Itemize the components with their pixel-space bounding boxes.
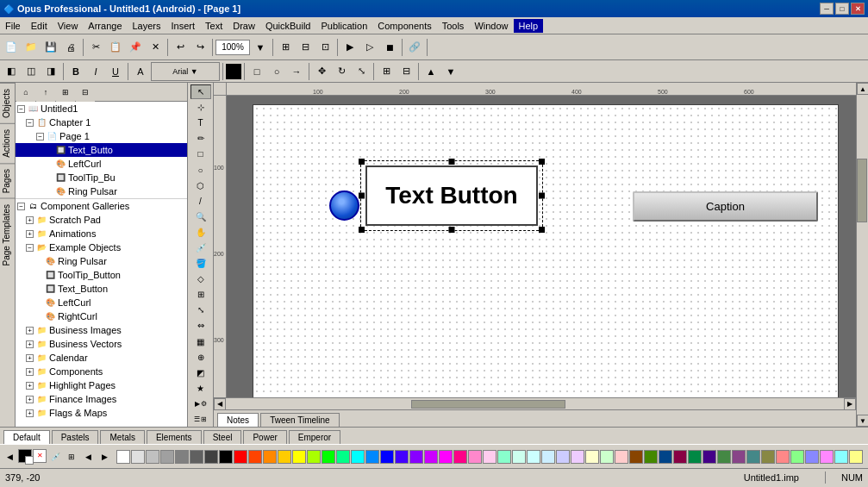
- tree-item-leftcurl[interactable]: 🎨 LeftCurl: [16, 157, 187, 171]
- vtab-pages[interactable]: Pages: [0, 163, 15, 198]
- palette-tab-emperor[interactable]: Emperor: [289, 430, 340, 444]
- tree-item-tooltip-bu2[interactable]: 🔲 ToolTip_Button: [16, 268, 187, 282]
- menu-insert[interactable]: Insert: [166, 19, 201, 33]
- tree-item-highlight-pages[interactable]: + 📁 Highlight Pages: [16, 378, 187, 392]
- polygon-tool[interactable]: ⬡: [190, 178, 211, 193]
- color-darkblue[interactable]: [659, 450, 672, 464]
- expand-highlight-pages[interactable]: +: [26, 382, 34, 390]
- menu-arrange[interactable]: Arrange: [83, 19, 127, 33]
- tree-up[interactable]: ↑: [36, 83, 55, 102]
- tree-item-finance-images[interactable]: + 📁 Finance Images: [16, 392, 187, 406]
- expand-calendar[interactable]: +: [26, 354, 34, 362]
- symbol-tool[interactable]: ⊕: [190, 350, 211, 365]
- color-magenta2[interactable]: [424, 450, 438, 464]
- menu-text[interactable]: Text: [200, 19, 228, 33]
- tab-notes[interactable]: Notes: [217, 413, 259, 427]
- new-button[interactable]: 📄: [2, 38, 21, 57]
- ellipse-tool[interactable]: ○: [190, 162, 211, 177]
- tree-item-calendar[interactable]: + 📁 Calendar: [16, 351, 187, 365]
- close-button[interactable]: ✕: [851, 3, 865, 15]
- color-pink[interactable]: [468, 450, 482, 464]
- tree-item-scratch-pad[interactable]: + 📁 Scratch Pad: [16, 213, 187, 227]
- menu-tools[interactable]: Tools: [437, 19, 470, 33]
- color-rose[interactable]: [453, 450, 467, 464]
- color-aqua[interactable]: [834, 450, 848, 464]
- menu-components[interactable]: Components: [372, 19, 436, 33]
- fit-button[interactable]: ⊡: [315, 38, 334, 57]
- tree-item-rightcurl[interactable]: 🎨 RightCurl: [16, 309, 187, 323]
- tree-item-comp-galleries[interactable]: − 🗂 Component Galleries: [16, 198, 187, 213]
- effect-tool[interactable]: ★: [190, 381, 211, 396]
- menu-edit[interactable]: Edit: [26, 19, 53, 33]
- palette-tab-metals[interactable]: Metals: [100, 430, 144, 444]
- color-orange[interactable]: [263, 450, 277, 464]
- zoom-tool[interactable]: 🔍: [190, 209, 211, 224]
- delete-button[interactable]: ✕: [146, 38, 165, 57]
- color-orchid[interactable]: [820, 450, 834, 464]
- menu-layers[interactable]: Layers: [128, 19, 166, 33]
- palette-tab-steel[interactable]: Steel: [203, 430, 242, 444]
- send-back[interactable]: ▼: [441, 62, 460, 81]
- menu-window[interactable]: Window: [469, 19, 513, 33]
- palette-tab-default[interactable]: Default: [3, 430, 50, 444]
- canvas-vscrollbar[interactable]: ▲ ▼: [856, 83, 868, 427]
- tree-item-business-vectors[interactable]: + 📁 Business Vectors: [16, 337, 187, 351]
- tree-expand-all[interactable]: ⊞: [56, 83, 75, 102]
- handle-tm[interactable]: [449, 159, 455, 165]
- canvas-hscrollbar[interactable]: ◀ ▶: [214, 397, 856, 409]
- handle-tr[interactable]: [539, 159, 545, 165]
- tree-item-leftcurl2[interactable]: 🎨 LeftCurl: [16, 296, 187, 309]
- color-yellow[interactable]: [292, 450, 306, 464]
- color-picker[interactable]: [226, 64, 241, 79]
- tree-item-components[interactable]: + 📁 Components: [16, 365, 187, 378]
- node-tool[interactable]: ◇: [190, 272, 211, 286]
- text-button-element[interactable]: Text Button: [365, 165, 538, 226]
- circle-btn[interactable]: ○: [267, 62, 286, 81]
- color-darkgray[interactable]: [190, 450, 203, 464]
- vscroll-track[interactable]: [857, 95, 868, 415]
- crop-tool[interactable]: ⊞: [190, 287, 211, 302]
- tree-item-flags-maps[interactable]: + 📁 Flags & Maps: [16, 406, 187, 420]
- tree-item-ring-pulsar[interactable]: 🎨 Ring Pulsar: [16, 184, 187, 198]
- color-lightpurple[interactable]: [571, 450, 584, 464]
- color-white[interactable]: [116, 450, 130, 464]
- underline-button[interactable]: U: [106, 62, 125, 81]
- play-button[interactable]: ▷: [360, 38, 379, 57]
- rotate-btn[interactable]: ↻: [332, 62, 351, 81]
- color-darkcyan[interactable]: [688, 450, 702, 464]
- grid-button[interactable]: ⊞: [276, 38, 295, 57]
- fg-swatch[interactable]: [18, 449, 32, 463]
- copy-button[interactable]: 📋: [106, 38, 125, 57]
- pal-eyedrop[interactable]: 💉: [47, 449, 63, 465]
- extra-btn2[interactable]: ☰⊞: [190, 412, 212, 427]
- handle-ml[interactable]: [359, 193, 365, 199]
- color-lightcyan[interactable]: [527, 450, 540, 464]
- link-button[interactable]: 🔗: [405, 38, 424, 57]
- color-chartreuse[interactable]: [307, 450, 321, 464]
- color-dodgerblue[interactable]: [365, 450, 379, 464]
- hand-tool[interactable]: ✋: [190, 225, 211, 240]
- expand-page1[interactable]: −: [36, 133, 44, 140]
- menu-help[interactable]: Help: [514, 19, 544, 33]
- color-silver[interactable]: [146, 450, 159, 464]
- tree-home[interactable]: ⌂: [16, 83, 35, 102]
- handle-br[interactable]: [539, 227, 545, 233]
- expand-example-objects[interactable]: −: [26, 244, 34, 252]
- expand-scratch-pad[interactable]: +: [26, 216, 34, 224]
- color-magenta[interactable]: [439, 450, 453, 464]
- bold-button[interactable]: B: [66, 62, 85, 81]
- tree-item-chapter1[interactable]: − 📋 Chapter 1: [16, 116, 187, 129]
- expand-comp-galleries[interactable]: −: [17, 203, 25, 210]
- color-muted-green[interactable]: [717, 450, 731, 464]
- color-verydark[interactable]: [204, 450, 218, 464]
- menu-view[interactable]: View: [53, 19, 84, 33]
- cut-button[interactable]: ✂: [86, 38, 105, 57]
- color-lightyellow[interactable]: [585, 450, 599, 464]
- group-btn[interactable]: ⊞: [377, 62, 396, 81]
- color-muted-purple[interactable]: [732, 450, 746, 464]
- align-right[interactable]: ◨: [41, 62, 60, 81]
- color-cyan[interactable]: [351, 450, 365, 464]
- arrow-btn[interactable]: →: [287, 62, 306, 81]
- color-gold[interactable]: [278, 450, 291, 464]
- color-blue[interactable]: [380, 450, 394, 464]
